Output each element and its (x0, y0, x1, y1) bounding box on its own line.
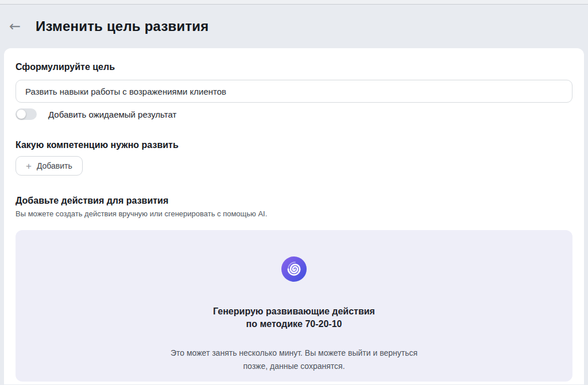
page-header: ← Изменить цель развития (0, 5, 588, 48)
expected-result-toggle[interactable] (16, 108, 37, 120)
ai-generation-panel: Генерирую развивающие действия по методи… (16, 230, 572, 382)
plus-icon: + (26, 161, 32, 171)
expected-result-toggle-row: Добавить ожидаемый результат (16, 108, 572, 120)
generation-status-note: Это может занять несколько минут. Вы мож… (16, 347, 572, 373)
generation-status-title-line1: Генерирую развивающие действия (16, 305, 572, 318)
add-competency-button-label: Добавить (37, 161, 72, 170)
expected-result-toggle-label: Добавить ожидаемый результат (48, 110, 176, 119)
goal-input[interactable] (16, 80, 572, 103)
competency-section-label: Какую компетенцию нужно развить (16, 139, 572, 150)
generation-status-note-line1: Это может занять несколько минут. Вы мож… (16, 347, 572, 360)
generation-status-title-line2: по методике 70-20-10 (16, 318, 572, 330)
add-competency-button[interactable]: + Добавить (16, 156, 83, 176)
content-card: Сформулируйте цель Добавить ожидаемый ре… (4, 48, 584, 384)
spiral-loader-icon (281, 256, 307, 284)
actions-section-label: Добавьте действия для развития (16, 195, 572, 206)
actions-section-description: Вы можете создать действия вручную или с… (16, 209, 572, 219)
top-edge-strip (0, 0, 588, 5)
back-arrow-icon[interactable]: ← (8, 20, 22, 33)
goal-section-label: Сформулируйте цель (16, 61, 572, 72)
generation-status-note-line2: позже, данные сохранятся. (16, 360, 572, 373)
generation-status-title: Генерирую развивающие действия по методи… (16, 305, 572, 330)
toggle-knob (17, 110, 26, 119)
page-title: Изменить цель развития (36, 18, 209, 34)
